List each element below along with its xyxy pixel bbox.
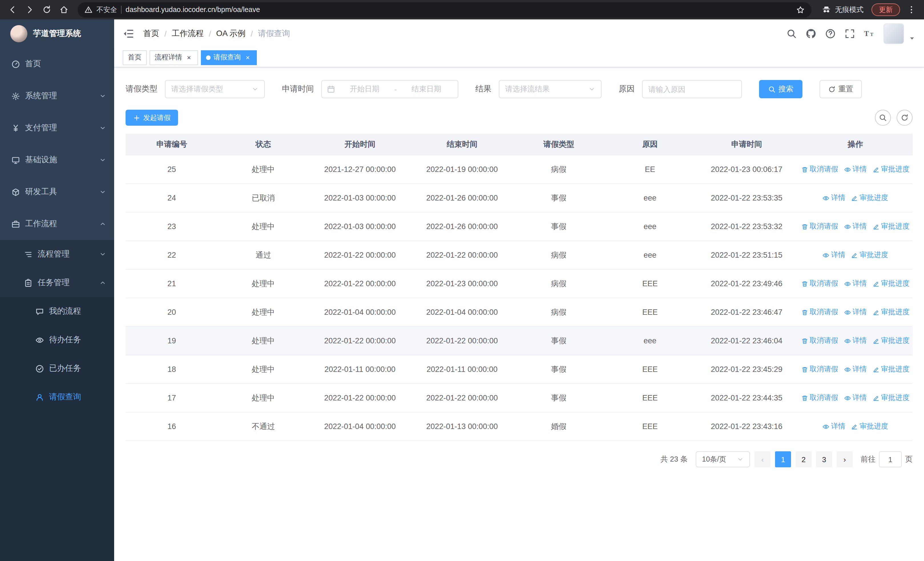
browser-menu-icon[interactable] — [903, 2, 920, 18]
page-jump-input[interactable] — [879, 451, 902, 467]
browser-home-icon[interactable] — [56, 2, 72, 18]
close-icon[interactable]: × — [244, 53, 252, 62]
reason-input[interactable] — [642, 80, 742, 98]
address-bar[interactable]: 不安全 dashboard.yudao.iocoder.cn/bpm/oa/le… — [78, 2, 812, 17]
sidebar-item-home[interactable]: 首页 — [0, 48, 114, 80]
sidebar-item-dev-tools[interactable]: 研发工具 — [0, 176, 114, 208]
trash-icon — [801, 366, 808, 373]
logo[interactable]: 芋道管理系统 — [0, 20, 114, 48]
tab-process-detail[interactable]: 流程详情× — [150, 50, 198, 65]
prev-page-button[interactable]: ‹ — [754, 451, 771, 467]
apply-time-range-picker[interactable]: 开始日期 - 结束日期 — [321, 80, 458, 98]
approval-progress-link[interactable]: 审批进度 — [872, 279, 909, 289]
sidebar-toggle-icon[interactable] — [123, 28, 134, 39]
cancel-leave-link[interactable]: 取消请假 — [801, 307, 838, 317]
detail-link[interactable]: 详情 — [844, 364, 867, 374]
approval-progress-link[interactable]: 审批进度 — [872, 393, 909, 403]
detail-link[interactable]: 详情 — [844, 307, 867, 317]
gear-icon — [11, 92, 20, 100]
approval-progress-link[interactable]: 审批进度 — [851, 193, 888, 203]
cell-ops: 取消请假详情审批进度 — [798, 212, 913, 241]
column-header-status: 状态 — [218, 134, 309, 155]
detail-link[interactable]: 详情 — [844, 164, 867, 174]
cell-reason: eee — [604, 212, 695, 241]
cell-ops: 详情审批进度 — [798, 412, 913, 441]
browser-back-icon[interactable] — [4, 2, 21, 18]
page-button-2[interactable]: 2 — [796, 451, 812, 467]
search-icon[interactable] — [786, 29, 797, 39]
cell-apply_time: 2022-01-22 23:53:35 — [695, 184, 798, 212]
detail-link[interactable]: 详情 — [844, 336, 867, 346]
close-icon[interactable]: × — [185, 53, 193, 62]
tab-leave-query[interactable]: 请假查询× — [201, 50, 257, 65]
sidebar-item-todo-tasks[interactable]: 待办任务 — [0, 326, 114, 354]
fullscreen-icon[interactable] — [844, 29, 855, 39]
approval-progress-link[interactable]: 审批进度 — [851, 422, 888, 431]
page-button-1[interactable]: 1 — [775, 451, 791, 467]
security-label: 不安全 — [96, 5, 117, 15]
browser-reload-icon[interactable] — [39, 2, 55, 18]
cell-end_time: 2022-01-23 00:00:00 — [411, 270, 513, 298]
warning-icon[interactable] — [84, 6, 93, 14]
breadcrumb-item-oa-example[interactable]: OA 示例 — [216, 29, 246, 39]
refresh-table-button[interactable] — [897, 110, 913, 126]
page-size-select[interactable]: 10条/页 — [696, 451, 750, 467]
search-button[interactable]: 搜索 — [759, 80, 802, 98]
cell-ops: 取消请假详情审批进度 — [798, 327, 913, 355]
cancel-leave-link[interactable]: 取消请假 — [801, 336, 838, 346]
github-icon[interactable] — [806, 29, 816, 39]
sidebar-item-payment-management[interactable]: 支付管理 — [0, 112, 114, 144]
sidebar-item-task-management[interactable]: 任务管理 — [0, 269, 114, 297]
cell-leave_type: 事假 — [513, 327, 604, 355]
sidebar-item-my-process[interactable]: 我的流程 — [0, 297, 114, 326]
sidebar-item-label: 已办任务 — [49, 363, 81, 374]
cell-ops: 取消请假详情审批进度 — [798, 384, 913, 412]
sidebar-item-leave-query[interactable]: 请假查询 — [0, 383, 114, 411]
cancel-leave-link[interactable]: 取消请假 — [801, 364, 838, 374]
cancel-leave-link[interactable]: 取消请假 — [801, 164, 838, 174]
detail-link[interactable]: 详情 — [822, 250, 845, 260]
browser-forward-icon[interactable] — [22, 2, 38, 18]
approval-progress-link[interactable]: 审批进度 — [872, 307, 909, 317]
cell-start_time: 2022-01-04 00:00:00 — [309, 412, 411, 441]
detail-link[interactable]: 详情 — [822, 422, 845, 431]
detail-link[interactable]: 详情 — [844, 279, 867, 289]
approval-progress-link[interactable]: 审批进度 — [872, 364, 909, 374]
user-avatar[interactable] — [884, 23, 904, 44]
cancel-leave-link[interactable]: 取消请假 — [801, 393, 838, 403]
approval-progress-link[interactable]: 审批进度 — [872, 164, 909, 174]
tab-home[interactable]: 首页 — [123, 50, 147, 65]
next-page-button[interactable]: › — [837, 451, 853, 467]
reset-button[interactable]: 重置 — [819, 80, 862, 98]
bookmark-star-icon[interactable] — [796, 5, 805, 14]
eye-icon — [844, 166, 850, 173]
approval-progress-link[interactable]: 审批进度 — [851, 250, 888, 260]
hide-search-button[interactable] — [875, 110, 891, 126]
browser-update-button[interactable]: 更新 — [872, 3, 900, 16]
chevron-down-icon — [252, 86, 258, 93]
breadcrumb-item-home[interactable]: 首页 — [143, 29, 159, 39]
cancel-leave-link[interactable]: 取消请假 — [801, 279, 838, 289]
approval-progress-link[interactable]: 审批进度 — [872, 336, 909, 346]
sidebar-item-done-tasks[interactable]: 已办任务 — [0, 354, 114, 383]
sidebar-item-system-management[interactable]: 系统管理 — [0, 80, 114, 112]
caret-down-icon[interactable] — [909, 35, 915, 42]
help-icon[interactable] — [825, 29, 836, 39]
monitor-icon — [11, 156, 20, 164]
sidebar-item-workflow[interactable]: 工作流程 — [0, 208, 114, 240]
font-size-icon[interactable]: TT — [864, 29, 874, 39]
sidebar-item-process-management[interactable]: 流程管理 — [0, 240, 114, 269]
detail-link[interactable]: 详情 — [844, 393, 867, 403]
detail-link[interactable]: 详情 — [844, 222, 867, 232]
result-select[interactable]: 请选择流结果 — [499, 80, 602, 98]
detail-link[interactable]: 详情 — [822, 193, 845, 203]
sidebar-item-infrastructure[interactable]: 基础设施 — [0, 144, 114, 176]
breadcrumb-item-workflow[interactable]: 工作流程 — [172, 29, 204, 39]
op-label: 详情 — [852, 164, 867, 174]
cancel-leave-link[interactable]: 取消请假 — [801, 222, 838, 232]
eye-icon — [844, 280, 850, 287]
approval-progress-link[interactable]: 审批进度 — [872, 222, 909, 232]
create-leave-button[interactable]: 发起请假 — [126, 110, 178, 126]
leave-type-select[interactable]: 请选择请假类型 — [165, 80, 265, 98]
page-button-3[interactable]: 3 — [816, 451, 832, 467]
